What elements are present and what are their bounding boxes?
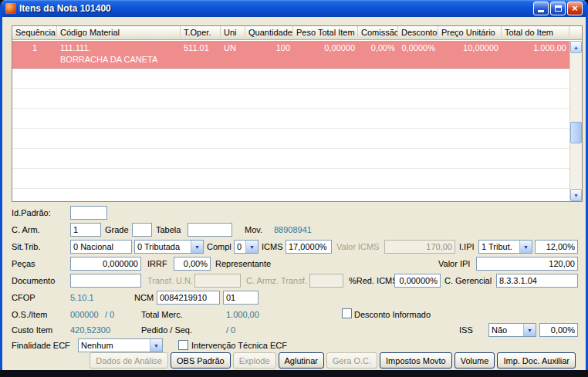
ipi-percent-input[interactable] (535, 240, 578, 254)
pecas-input[interactable] (70, 257, 141, 271)
c-gerencial-input[interactable] (496, 274, 578, 288)
column-header-t-oper[interactable]: T.Oper. (181, 26, 221, 37)
chevron-down-icon[interactable]: ▼ (245, 241, 258, 253)
close-button[interactable]: × (567, 2, 583, 15)
volume-button[interactable]: Volume (455, 352, 495, 369)
red-icms-label: %Red. ICMS (349, 276, 398, 285)
column-header-preco-unitario[interactable]: Preço Unitário (438, 26, 502, 37)
obs-padrao-button[interactable]: OBS Padrão (171, 352, 231, 369)
custo-item-value: 420,52300 (70, 325, 110, 335)
iss-select[interactable]: Não ▼ (488, 323, 536, 337)
column-header-uni[interactable]: Uni (221, 26, 245, 37)
scrollbar-thumb[interactable] (570, 122, 582, 143)
compl-selected-value: 0 (235, 241, 245, 253)
close-icon: × (572, 3, 578, 14)
desconto-informado-checkbox[interactable] (342, 308, 352, 318)
titlebar[interactable]: Itens da Nota 101400 × (2, 0, 586, 17)
pecas-label: Peças (12, 259, 35, 268)
chevron-down-icon[interactable]: ▼ (150, 339, 162, 352)
table-row-empty (12, 109, 569, 129)
sit-trib-input[interactable] (70, 240, 132, 254)
column-header-comissao[interactable]: Comissão (358, 26, 398, 37)
ncm-input[interactable] (157, 291, 220, 305)
window-title: Itens da Nota 101400 (19, 3, 530, 14)
id-padrao-input[interactable] (70, 206, 107, 220)
irrf-label: IRRF (147, 259, 167, 268)
column-header-desconto[interactable]: Desconto (398, 26, 438, 37)
cfop-value: 5.10.1 (70, 293, 94, 302)
cfop-label: CFOP (12, 293, 35, 302)
table-header: Sequência Código Material T.Oper. Uni Qu… (12, 26, 582, 40)
icms-label: ICMS (262, 242, 283, 251)
valor-ipi-input[interactable] (476, 257, 578, 271)
cell-preco-unitario: 10,00000 (438, 41, 502, 68)
c-arm-input[interactable] (70, 223, 101, 237)
button-bar: Dados de Análise OBS Padrão Explode Aglu… (105, 352, 576, 369)
aglutinar-button[interactable]: Aglutinar (279, 352, 324, 369)
valor-icms-label: Valor ICMS (336, 242, 379, 251)
column-header-total-do-item[interactable]: Total do Item (502, 26, 569, 37)
column-header-sequencia[interactable]: Sequência (12, 26, 57, 37)
documento-label: Documento (12, 276, 55, 285)
intervencao-tecnica-checkbox[interactable] (178, 340, 188, 350)
compl-select[interactable]: 0 ▼ (234, 240, 259, 254)
finalidade-ecf-select[interactable]: Nenhum ▼ (78, 338, 163, 352)
sit-trib-select[interactable]: 0 Tributada ▼ (134, 240, 204, 254)
c-armz-transf-input (309, 274, 343, 288)
grade-label: Grade (105, 225, 129, 234)
cell-peso-total-item: 0,00000 (293, 41, 358, 68)
mov-value: 88908941 (274, 225, 312, 234)
finalidade-ecf-label: Finalidade ECF (12, 341, 70, 350)
scroll-up-icon[interactable]: ▲ (570, 41, 582, 53)
c-arm-label: C. Arm. (12, 225, 40, 234)
impostos-movto-button[interactable]: Impostos Movto (380, 352, 452, 369)
c-armz-transf-label: C. Armz. Transf. (246, 276, 307, 285)
table-row-selected[interactable]: 1 111.111. BORRACHA DA CANETA 511.01 UN … (12, 41, 569, 69)
grade-input[interactable] (132, 223, 152, 237)
os-item-label: O.S./Item (12, 310, 47, 319)
intervencao-tecnica-label: Intervenção Técnica ECF (191, 341, 287, 350)
cell-desconto: 0,0000% (398, 41, 438, 68)
codigo-material-code: 111.111. (60, 42, 177, 54)
maximize-button[interactable] (550, 2, 566, 15)
scroll-down-icon[interactable]: ▼ (570, 189, 582, 201)
vertical-scrollbar[interactable]: ▲ ▼ (569, 41, 582, 201)
cell-quantidade: 100 (245, 41, 293, 68)
column-header-peso-total-item[interactable]: Peso Total Item (293, 26, 358, 37)
cell-codigo-material: 111.111. BORRACHA DA CANETA (57, 41, 181, 68)
ncm-ex-input[interactable] (223, 291, 259, 305)
c-gerencial-label: C. Gerencial (444, 276, 492, 285)
ipi-selected-value: 1 Tribut. (479, 241, 519, 253)
table-row-empty (12, 129, 569, 149)
cell-t-oper: 511.01 (181, 41, 221, 68)
column-header-quantidade[interactable]: Quantidade (245, 26, 293, 37)
pedido-seq-label: Pedido / Seq. (141, 325, 192, 335)
documento-input[interactable] (70, 274, 141, 288)
red-icms-input[interactable] (394, 274, 441, 288)
items-table: Sequência Código Material T.Oper. Uni Qu… (12, 25, 583, 202)
iss-percent-input[interactable] (539, 323, 578, 337)
chevron-down-icon[interactable]: ▼ (191, 241, 203, 253)
explode-button: Explode (233, 352, 276, 369)
minimize-icon (538, 10, 544, 12)
desconto-informado-label: Desconto Informado (354, 310, 431, 319)
os-item-value: 000000 (70, 310, 99, 319)
table-row-empty (12, 189, 569, 202)
irrf-input[interactable] (174, 257, 211, 271)
imp-doc-auxiliar-button[interactable]: Imp. Doc. Auxiliar (497, 352, 576, 369)
tabela-input[interactable] (188, 223, 232, 237)
sit-trib-selected-value: 0 Tributada (135, 241, 191, 253)
custo-item-label: Custo Item (12, 325, 52, 335)
mov-label: Mov. (245, 225, 262, 234)
cell-uni: UN (221, 41, 245, 68)
chevron-down-icon[interactable]: ▼ (523, 324, 536, 336)
ipi-select[interactable]: 1 Tribut. ▼ (478, 240, 532, 254)
finalidade-ecf-selected-value: Nenhum (79, 339, 150, 352)
minimize-button[interactable] (533, 2, 549, 15)
icms-input[interactable] (286, 240, 332, 254)
chevron-down-icon[interactable]: ▼ (519, 241, 532, 253)
column-header-codigo-material[interactable]: Código Material (57, 26, 181, 37)
table-row-empty (12, 89, 569, 109)
total-merc-label: Total Merc. (141, 310, 183, 319)
table-row-empty (12, 149, 569, 169)
